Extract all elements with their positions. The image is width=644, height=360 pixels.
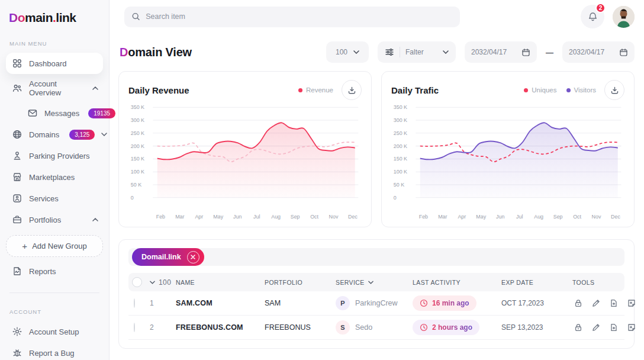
pencil-icon <box>591 323 601 332</box>
lock-button[interactable] <box>574 323 583 332</box>
column-header-service[interactable]: SERVICE <box>336 279 413 286</box>
domain-name: SAM.COM <box>176 299 265 307</box>
download-button[interactable] <box>604 80 624 100</box>
add-file-button[interactable] <box>609 298 619 308</box>
legend-dot <box>566 88 571 92</box>
add-new-group-label: Add New Group <box>32 242 87 250</box>
lock-icon <box>574 298 583 308</box>
service-name: ParkingCrew <box>355 299 398 307</box>
sidebar-item-label: Marketplaces <box>29 173 75 182</box>
daily-trafic-card: Daily Trafic UniquesVisitors 350 K300 K2… <box>381 71 635 227</box>
page-title-rest: omain View <box>128 46 192 59</box>
svg-text:350 K: 350 K <box>394 104 408 110</box>
svg-text:50 K: 50 K <box>394 182 405 188</box>
sidebar-item-account-overview[interactable]: Account Overview <box>6 74 103 102</box>
remove-filter-button[interactable] <box>187 251 199 263</box>
sidebar: Domain.link MAIN MENU Dashboard Account … <box>0 0 110 360</box>
sidebar-item-account-setup[interactable]: Account Setup <box>6 321 103 342</box>
filter-dropdown[interactable]: Falter <box>378 41 456 63</box>
sidebar-item-services[interactable]: Services <box>6 188 103 209</box>
main-menu-label: MAIN MENU <box>9 40 103 47</box>
sidebar-item-label: Report a Bug <box>29 349 75 358</box>
select-all-checkbox[interactable] <box>132 277 142 287</box>
row-number: 1 <box>150 299 176 307</box>
chevron-down-icon <box>101 133 107 136</box>
lock-button[interactable] <box>574 298 583 308</box>
svg-text:0: 0 <box>131 195 134 201</box>
page-size-select[interactable]: 100 <box>326 41 369 63</box>
filter-chip[interactable]: Domail.link <box>132 248 204 266</box>
page-title-first-letter: D <box>120 46 128 59</box>
edit-button[interactable] <box>591 323 601 332</box>
svg-text:Nov: Nov <box>592 213 601 219</box>
exp-date: SEP 13,2023 <box>501 323 572 332</box>
notifications-button[interactable]: 2 <box>581 5 604 28</box>
close-icon <box>191 255 195 259</box>
charts-row: Daily Revenue Revenue 350 K300 K250 K200… <box>118 71 635 227</box>
column-header-name: NAME <box>176 279 265 286</box>
user-avatar[interactable] <box>613 6 635 28</box>
parking-person-icon <box>12 150 22 161</box>
date-from-picker[interactable]: 2032/04/17 <box>465 41 537 63</box>
svg-text:Sep: Sep <box>553 213 563 219</box>
table-row: 2 FREEBONUS.COM FREEBONUS S Sedo 2 hours… <box>128 316 624 340</box>
chart-title: Daily Revenue <box>128 85 189 95</box>
download-button[interactable] <box>342 80 362 100</box>
sliders-icon <box>385 47 394 57</box>
sidebar-divider <box>9 292 99 293</box>
service-initial-badge: S <box>336 320 350 335</box>
sidebar-item-messages[interactable]: Messages 19135 <box>6 102 103 124</box>
clock-icon <box>420 323 428 332</box>
bug-icon <box>12 348 22 358</box>
add-new-group-button[interactable]: + Add New Group <box>6 235 103 257</box>
account-section-label: ACCOUNT <box>9 308 103 315</box>
topbar: 2 <box>110 0 644 33</box>
sidebar-item-label: Messages <box>44 109 79 118</box>
sidebar-item-marketplaces[interactable]: Marketplaces <box>6 166 103 188</box>
svg-text:200 K: 200 K <box>394 143 408 149</box>
portfolio-name: FREEBONUS <box>265 323 336 332</box>
edit-button[interactable] <box>591 298 601 308</box>
envelope-icon <box>27 108 38 118</box>
search-input[interactable] <box>146 12 453 21</box>
sidebar-item-label: Dashboard <box>29 59 67 68</box>
file-plus-icon <box>609 298 619 308</box>
sidebar-item-domains[interactable]: Domains 3,125 <box>6 124 103 145</box>
globe-icon <box>12 129 22 140</box>
divider <box>400 47 400 57</box>
chart-title: Daily Trafic <box>391 85 439 95</box>
main-area: 2 Domain View 100 Falter <box>110 0 644 360</box>
domain-name: FREEBONUS.COM <box>176 323 265 332</box>
bell-icon <box>587 11 598 22</box>
plus-icon: + <box>22 241 27 251</box>
row-checkbox[interactable] <box>134 323 135 332</box>
chevron-up-icon <box>92 86 98 90</box>
svg-text:300 K: 300 K <box>131 117 145 123</box>
column-header-exp-date: EXP DATE <box>501 279 572 286</box>
calendar-icon <box>619 48 628 57</box>
sidebar-item-label: Account Overview <box>29 79 86 97</box>
sidebar-item-dashboard[interactable]: Dashboard <box>6 53 103 74</box>
services-box-icon <box>12 193 22 204</box>
svg-text:Feb: Feb <box>419 213 428 219</box>
date-to-picker[interactable]: 2032/04/17 <box>562 41 635 63</box>
table-header-row: 100 NAME PORTFOLIO SERVICE LAST ACTIVITY… <box>128 273 624 291</box>
header-controls: 100 Falter 2032/04/17 — <box>326 41 635 63</box>
sidebar-item-report-a-bug[interactable]: Report a Bug <box>6 342 103 360</box>
filter-chip-label: Domail.link <box>141 253 181 261</box>
avatar-image <box>613 6 635 28</box>
pencil-icon <box>591 298 601 308</box>
sidebar-item-portfolios[interactable]: Portfolios <box>6 209 103 230</box>
add-file-button[interactable] <box>609 323 619 332</box>
svg-text:Mar: Mar <box>438 213 447 219</box>
svg-text:Jul: Jul <box>516 213 523 219</box>
sidebar-item-parking-providers[interactable]: Parking Providers <box>6 145 103 166</box>
add-note-button[interactable] <box>627 298 636 308</box>
svg-text:Mar: Mar <box>175 213 184 219</box>
add-note-button[interactable] <box>627 323 636 332</box>
row-checkbox[interactable] <box>134 298 135 308</box>
sidebar-item-reports[interactable]: Reports <box>6 261 103 282</box>
table-count-select[interactable]: 100 <box>150 278 176 287</box>
daily-revenue-chart: 350 K300 K250 K200 K150 K100 K50 K0FebMa… <box>128 102 362 222</box>
sidebar-item-label: Reports <box>29 267 56 276</box>
